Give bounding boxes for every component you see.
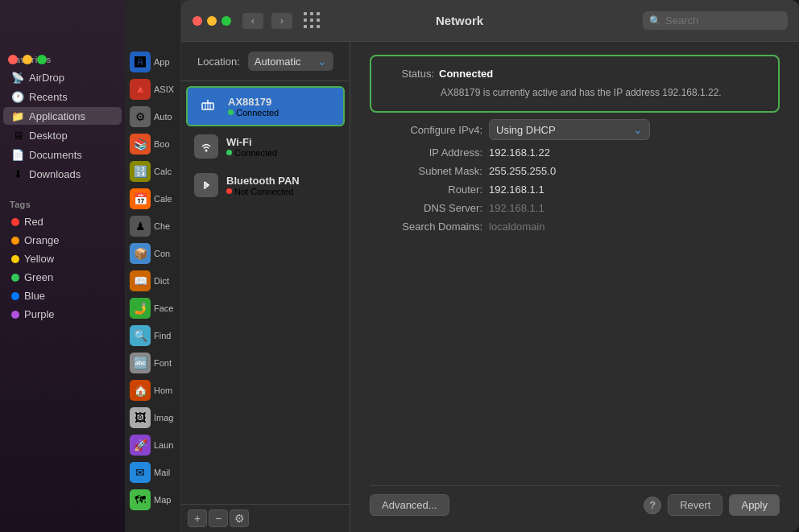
- desktop-icon: 🖥: [11, 129, 24, 142]
- sidebar-item-tag-purple[interactable]: Purple: [3, 306, 122, 323]
- app-item[interactable]: ♟ Che: [125, 212, 180, 240]
- app-icon: 🔤: [130, 353, 151, 373]
- ip-label: IP Address:: [370, 146, 482, 159]
- status-description-container: AX88179 is currently active and has the …: [386, 85, 764, 100]
- subnet-label: Subnet Mask:: [370, 165, 482, 177]
- apps-column: 🅰 App 🔺 ASIX ⚙ Auto 📚 Boo 🔢 Calc 📅 Cale …: [125, 0, 181, 532]
- router-label: Router:: [370, 184, 482, 196]
- tag-yellow-icon: [11, 255, 19, 263]
- network-item-bluetooth[interactable]: Bluetooth PAN Not Connected: [186, 167, 345, 204]
- app-item[interactable]: 📚 Boo: [125, 130, 180, 158]
- search-domains-row: Search Domains: localdomain: [370, 221, 780, 233]
- router-row: Router: 192.168.1.1: [370, 184, 780, 196]
- sidebar-item-tag-orange[interactable]: Orange: [3, 232, 122, 249]
- location-dropdown[interactable]: Automatic ⌄: [248, 52, 333, 71]
- window-close-button[interactable]: [193, 16, 202, 26]
- detail-panel: Status: Connected AX88179 is currently a…: [350, 42, 799, 532]
- app-item[interactable]: ✉ Mail: [125, 459, 180, 486]
- app-item[interactable]: 🤳 Face: [125, 295, 180, 322]
- configure-dropdown[interactable]: Using DHCP ⌄: [489, 119, 650, 140]
- sidebar-item-documents[interactable]: 📄 Documents: [3, 146, 122, 163]
- network-item-ax88179[interactable]: AX88179 Connected: [186, 86, 345, 126]
- list-toolbar: + − ⚙: [181, 504, 350, 532]
- app-label: Find: [154, 331, 171, 340]
- sidebar-item-airdrop[interactable]: 📡 AirDrop: [3, 68, 122, 86]
- app-item[interactable]: 📖 Dict: [125, 267, 180, 295]
- network-status-label: Connected: [234, 148, 277, 158]
- downloads-icon: ⬇: [11, 167, 24, 180]
- add-interface-button[interactable]: +: [188, 509, 207, 527]
- location-value: Automatic: [255, 56, 301, 68]
- app-icon: 📚: [130, 134, 151, 155]
- tags-section-label: Tags: [0, 193, 125, 212]
- bottom-actions: Advanced... ? Revert Apply: [370, 485, 780, 519]
- app-icon: ♟: [130, 216, 151, 237]
- help-button[interactable]: ?: [644, 497, 661, 514]
- minimize-button[interactable]: [23, 55, 32, 64]
- configure-label: Configure IPv4:: [370, 124, 482, 136]
- sidebar-item-downloads[interactable]: ⬇ Downloads: [3, 165, 122, 183]
- search-input[interactable]: [665, 14, 778, 27]
- ip-address-row: IP Address: 192.168.1.22: [370, 146, 780, 159]
- network-name: Wi-Fi: [226, 136, 277, 148]
- content-area: Location: Automatic ⌄: [181, 42, 799, 532]
- app-item[interactable]: 🔍 Find: [125, 322, 180, 349]
- close-button[interactable]: [8, 55, 18, 64]
- back-button[interactable]: ‹: [242, 13, 263, 29]
- search-icon: 🔍: [649, 15, 661, 27]
- apply-button[interactable]: Apply: [729, 494, 780, 516]
- app-icon: 📅: [130, 188, 151, 209]
- sidebar-item-applications[interactable]: 📁 Applications: [3, 107, 122, 125]
- sidebar-item-label: AirDrop: [29, 72, 64, 84]
- app-icon: ✉: [130, 462, 151, 483]
- app-label: Mail: [154, 468, 170, 477]
- app-item[interactable]: ⚙ Auto: [125, 103, 180, 130]
- app-item[interactable]: 📦 Con: [125, 240, 180, 267]
- app-label: Map: [154, 495, 171, 505]
- advanced-button[interactable]: Advanced...: [370, 494, 449, 516]
- app-item[interactable]: 🚀 Laun: [125, 431, 180, 459]
- ip-value: 192.168.1.22: [489, 146, 550, 159]
- sidebar-item-tag-red[interactable]: Red: [3, 213, 122, 230]
- sidebar-item-label: Recents: [29, 91, 68, 103]
- sidebar-item-label: Orange: [24, 234, 59, 246]
- detail-content: Status: Connected AX88179 is currently a…: [370, 55, 780, 519]
- window-fullscreen-button[interactable]: [221, 16, 231, 26]
- sidebar-item-tag-green[interactable]: Green: [3, 269, 122, 286]
- app-item[interactable]: 🔤 Font: [125, 349, 180, 377]
- app-item[interactable]: 🏠 Hom: [125, 377, 180, 404]
- search-box[interactable]: 🔍: [643, 11, 788, 30]
- network-name: AX88179: [228, 96, 279, 108]
- dns-server-row: DNS Server: 192.168.1.1: [370, 202, 780, 214]
- sidebar-item-label: Downloads: [29, 168, 81, 180]
- app-item[interactable]: 🔢 Calc: [125, 158, 180, 185]
- revert-button[interactable]: Revert: [668, 494, 722, 516]
- status-label: Status:: [386, 68, 434, 80]
- network-info-bluetooth: Bluetooth PAN Not Connected: [226, 175, 300, 196]
- app-item[interactable]: 🖼 Imag: [125, 404, 180, 431]
- sidebar-item-recents[interactable]: 🕐 Recents: [3, 88, 122, 105]
- app-icon: 🗺: [130, 489, 151, 510]
- app-item[interactable]: 🅰 App: [125, 48, 180, 76]
- subnet-mask-row: Subnet Mask: 255.255.255.0: [370, 165, 780, 177]
- gear-button[interactable]: ⚙: [230, 509, 249, 527]
- status-dot-green: [226, 150, 232, 155]
- wifi-icon: [194, 134, 218, 159]
- info-grid: Configure IPv4: Using DHCP ⌄ IP Address:…: [370, 119, 780, 233]
- router-value: 192.168.1.1: [489, 184, 544, 196]
- tag-purple-icon: [11, 311, 19, 319]
- sidebar-item-tag-blue[interactable]: Blue: [3, 287, 122, 304]
- dns-label: DNS Server:: [370, 202, 482, 214]
- window-minimize-button[interactable]: [207, 16, 217, 26]
- app-item[interactable]: 📅 Cale: [125, 185, 180, 212]
- bluetooth-icon: [194, 173, 218, 197]
- sidebar-item-tag-yellow[interactable]: Yellow: [3, 250, 122, 267]
- fullscreen-button[interactable]: [37, 55, 47, 64]
- remove-interface-button[interactable]: −: [209, 509, 228, 527]
- app-item[interactable]: 🗺 Map: [125, 486, 180, 513]
- network-item-wifi[interactable]: Wi-Fi Connected: [186, 128, 345, 165]
- network-items: AX88179 Connected: [181, 81, 350, 504]
- app-label: Auto: [154, 112, 172, 122]
- sidebar-item-desktop[interactable]: 🖥 Desktop: [3, 126, 122, 144]
- app-item[interactable]: 🔺 ASIX: [125, 76, 180, 103]
